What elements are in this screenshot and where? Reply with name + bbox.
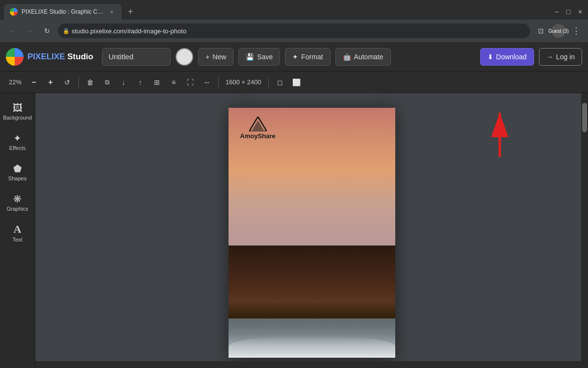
tab-close-button[interactable]: × (108, 8, 116, 16)
sidebar-item-effects[interactable]: ✦ Effects (2, 127, 33, 157)
undo-button[interactable]: ↺ (60, 75, 75, 90)
minimize-button[interactable]: − (553, 8, 561, 16)
profile-label: Guest (3) (548, 28, 569, 34)
new-button[interactable]: + New (198, 48, 233, 66)
back-button[interactable]: ← (5, 24, 19, 38)
logo: PIXELIXE Studio (6, 48, 93, 66)
screen-icon: ⬜ (292, 78, 301, 86)
duplicate-button[interactable]: ⧉ (100, 75, 114, 90)
graphics-icon: ❋ (13, 194, 22, 204)
robot-icon: 🤖 (343, 53, 351, 61)
zoom-out-button[interactable]: − (26, 75, 41, 90)
download-icon: ⬇ (487, 53, 493, 61)
sidebar-item-graphics[interactable]: ❋ Graphics (2, 188, 33, 218)
separator (78, 77, 79, 88)
zoom-in-button[interactable]: + (43, 75, 58, 90)
split-view-button[interactable]: ⊡ (534, 24, 548, 38)
browser-menu-button[interactable]: ⋮ (569, 24, 583, 38)
close-button[interactable]: × (576, 8, 584, 16)
scrollbar-thumb-vertical[interactable] (582, 103, 587, 132)
login-label: Log in (556, 53, 575, 61)
scene-foam (229, 335, 395, 358)
canvas-logo-overlay: AmoyShare (240, 117, 276, 140)
sidebar: 🖼 Background ✦ Effects ⬟ Shapes ❋ Graphi… (0, 93, 35, 368)
logo-brand: PIXELIXE (27, 52, 65, 61)
format-label: Format (301, 53, 323, 61)
new-tab-button[interactable]: + (124, 5, 137, 19)
save-button[interactable]: 💾 Save (238, 48, 280, 66)
canvas-dimensions: 1600 × 2400 (223, 78, 264, 86)
sidebar-label-background: Background (3, 115, 32, 121)
app-header: PIXELIXE Studio + New 💾 Save ✦ Format 🤖 … (0, 42, 588, 72)
browser-frame: PIXELIXE Studio : Graphic Crea... × + − … (0, 0, 588, 42)
tab-title: PIXELIXE Studio : Graphic Crea... (22, 8, 104, 15)
format-button[interactable]: ✦ Format (285, 48, 330, 66)
address-field-wrap: 🔒 (58, 24, 530, 38)
threed-button[interactable]: ◻ (273, 75, 287, 90)
tab-favicon (10, 8, 18, 16)
scene-rocks (229, 245, 395, 358)
profile-button[interactable]: Guest (3) (552, 24, 565, 38)
automate-button[interactable]: 🤖 Automate (335, 48, 391, 66)
lock-icon: 🔒 (63, 28, 70, 34)
delete-button[interactable]: 🗑 (83, 75, 98, 90)
align-button[interactable]: ≡ (166, 75, 181, 90)
plus-icon: + (205, 53, 209, 61)
logo-text: PIXELIXE Studio (27, 52, 93, 62)
sidebar-label-shapes: Shapes (8, 175, 26, 181)
download-button[interactable]: ⬇ Download (480, 48, 534, 66)
crop-button[interactable]: ⛶ (183, 75, 198, 90)
forward-button[interactable]: → (23, 24, 36, 38)
main-layout: 🖼 Background ✦ Effects ⬟ Shapes ❋ Graphi… (0, 93, 588, 368)
canvas-toolbar: 22% − + ↺ 🗑 ⧉ ↓ ↑ ⊞ ≡ ⛶ ↔ 1600 × 2400 ◻ … (0, 72, 588, 93)
tab-bar: PIXELIXE Studio : Graphic Crea... × + − … (0, 0, 588, 20)
sidebar-label-text: Text (12, 237, 22, 243)
grid-button[interactable]: ⊞ (150, 75, 164, 90)
new-label: New (212, 53, 226, 61)
sidebar-label-graphics: Graphics (6, 206, 28, 212)
address-input[interactable] (58, 24, 530, 38)
background-icon: 🖼 (13, 103, 23, 113)
undo-icon: ↺ (64, 78, 70, 86)
automate-label: Automate (354, 53, 383, 61)
layer-up-icon: ↑ (139, 78, 142, 86)
vertical-scrollbar[interactable] (581, 93, 588, 368)
sidebar-item-background[interactable]: 🖼 Background (2, 97, 33, 126)
maximize-button[interactable]: □ (564, 8, 572, 16)
layer-up-button[interactable]: ↑ (133, 75, 148, 90)
address-bar-row: ← → ↻ 🔒 ⊡ Guest (3) ⋮ (0, 20, 588, 42)
color-swatch[interactable] (176, 48, 193, 66)
save-icon: 💾 (246, 53, 254, 61)
canvas-wrap: AmoyShare (229, 108, 395, 358)
refresh-button[interactable]: ↻ (40, 24, 54, 38)
align-icon: ≡ (172, 78, 176, 86)
separator-2 (218, 77, 219, 88)
horizontal-scrollbar[interactable] (35, 361, 581, 368)
zoom-out-icon: − (31, 78, 36, 87)
wand-icon: ✦ (292, 53, 298, 61)
canvas-area[interactable]: AmoyShare (35, 93, 588, 368)
flip-button[interactable]: ↔ (200, 75, 214, 90)
window-controls: − □ × (553, 8, 584, 16)
save-label: Save (257, 53, 273, 61)
annotation-arrow (480, 103, 519, 164)
screen-button[interactable]: ⬜ (289, 75, 304, 90)
login-button[interactable]: → Log in (539, 48, 582, 66)
project-title-input[interactable] (102, 48, 171, 66)
zoom-in-icon: + (48, 78, 52, 87)
sidebar-item-text[interactable]: A Text (2, 219, 33, 248)
effects-icon: ✦ (13, 133, 22, 143)
layer-down-button[interactable]: ↓ (116, 75, 131, 90)
layer-down-icon: ↓ (122, 78, 126, 86)
threed-icon: ◻ (277, 78, 283, 86)
delete-icon: 🗑 (87, 78, 94, 86)
flip-icon: ↔ (204, 78, 210, 86)
zoom-level: 22% (6, 78, 25, 86)
shapes-icon: ⬟ (13, 164, 22, 173)
sidebar-item-shapes[interactable]: ⬟ Shapes (2, 158, 33, 187)
crop-icon: ⛶ (187, 78, 194, 86)
sidebar-label-effects: Effects (9, 145, 26, 151)
canvas[interactable]: AmoyShare (229, 108, 395, 358)
logo-icon (6, 48, 24, 66)
active-tab[interactable]: PIXELIXE Studio : Graphic Crea... × (4, 4, 122, 20)
